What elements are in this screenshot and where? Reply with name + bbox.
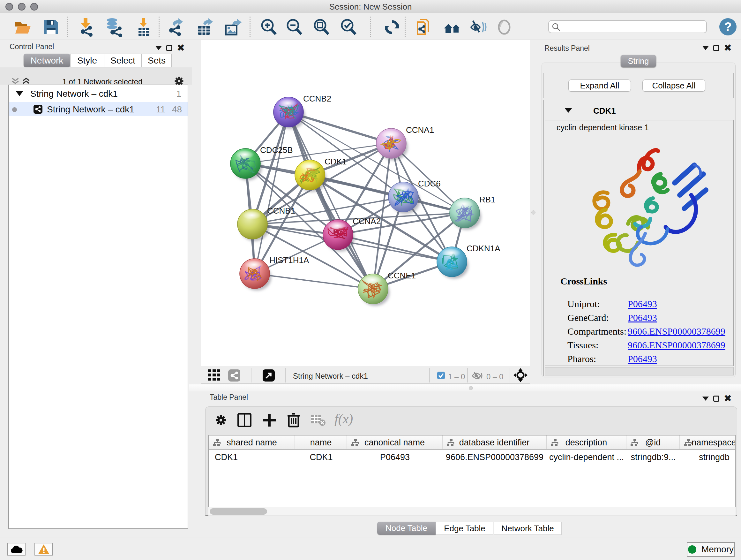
network-row-selected[interactable]: String Network – cdk1 11 48 xyxy=(9,102,188,116)
expand-all-button[interactable]: Expand All xyxy=(568,79,631,91)
open-in-window-icon[interactable] xyxy=(263,369,275,381)
table-scrollbar-thumb[interactable] xyxy=(210,508,267,515)
edge-HIST1H1A-CCNE1[interactable] xyxy=(255,273,373,289)
preview-icon[interactable] xyxy=(495,17,514,37)
close-panel-icon[interactable]: ✖ xyxy=(724,45,732,51)
control-tab-sets[interactable]: Sets xyxy=(142,54,172,67)
delete-column-icon[interactable] xyxy=(287,413,300,428)
collapse-all-button[interactable]: Collapse All xyxy=(643,79,705,91)
cell-name[interactable]: CDK1 xyxy=(295,452,347,462)
column-type-icon xyxy=(550,439,559,447)
crosslink-link[interactable]: P06493 xyxy=(628,299,657,309)
horizontal-splitter[interactable] xyxy=(189,384,741,391)
node-HIST1H1A[interactable]: HIST1H1A xyxy=(240,255,309,291)
node-RB1[interactable]: RB1 xyxy=(450,195,495,230)
cell-shared-name[interactable]: CDK1 xyxy=(209,452,295,462)
node-CCNE1[interactable]: CCNE1 xyxy=(358,271,416,306)
pan-mode-icon[interactable] xyxy=(514,368,528,382)
zoom-selected-icon[interactable] xyxy=(339,17,358,37)
zoom-in-icon[interactable] xyxy=(259,17,278,37)
network-type-icon[interactable] xyxy=(228,369,240,381)
export-image-icon[interactable] xyxy=(223,17,243,37)
collapse-panel-icon[interactable] xyxy=(702,396,709,401)
tab-string[interactable]: String xyxy=(621,55,656,67)
crosslink-label: Pharos: xyxy=(567,354,596,364)
network-canvas[interactable]: CCNB2CCNA1CDC25BCDK1CDC6RB1CCNB1CCNA2CDK… xyxy=(201,40,530,366)
float-panel-icon[interactable] xyxy=(713,395,719,401)
birdseye-grid-icon[interactable] xyxy=(208,369,221,381)
column-header-namespace[interactable]: namespace xyxy=(680,435,735,450)
collapse-panel-icon[interactable] xyxy=(155,46,162,50)
refresh-icon[interactable] xyxy=(382,17,401,37)
column-header-shared-name[interactable]: shared name xyxy=(209,435,295,450)
crosslink-link[interactable]: 9606.ENSP00000378699 xyxy=(628,326,725,337)
table-scrollbar[interactable] xyxy=(208,507,736,516)
zoom-fit-icon[interactable] xyxy=(312,17,331,37)
collapse-panel-icon[interactable] xyxy=(702,46,709,50)
column-header--id[interactable]: @id xyxy=(626,435,680,450)
tab-network-table[interactable]: Network Table xyxy=(494,522,562,535)
cell-canonical-name[interactable]: P06493 xyxy=(347,452,443,462)
cell-database-identifier[interactable]: 9606.ENSP00000378699 xyxy=(443,452,547,462)
memory-button[interactable]: Memory xyxy=(687,542,735,557)
share-document-icon[interactable] xyxy=(414,17,433,37)
close-panel-icon[interactable]: ✖ xyxy=(177,45,185,51)
home-icon[interactable] xyxy=(443,17,462,37)
hide-selected-icon[interactable] xyxy=(468,17,488,37)
gene-section-header[interactable]: CDK1 xyxy=(544,100,734,120)
window-title: Session: New Session xyxy=(0,2,741,12)
crosslink-link[interactable]: P06493 xyxy=(628,354,657,364)
collapse-section-icon[interactable] xyxy=(564,108,572,113)
control-tab-network[interactable]: Network xyxy=(23,54,70,67)
add-column-icon[interactable] xyxy=(262,413,276,427)
node-table: shared namenamecanonical namedatabase id… xyxy=(208,435,736,507)
split-columns-icon[interactable] xyxy=(238,413,252,427)
column-header-database-identifier[interactable]: database identifier xyxy=(443,435,547,450)
export-table-icon[interactable] xyxy=(196,17,215,37)
export-network-icon[interactable] xyxy=(167,17,186,37)
cell-description[interactable]: cyclin-dependent ... xyxy=(547,452,626,462)
crosslink-label: GeneCard: xyxy=(567,312,609,323)
close-panel-icon[interactable]: ✖ xyxy=(724,395,732,401)
node-CCNA1[interactable]: CCNA1 xyxy=(376,125,434,160)
crosslink-link[interactable]: 9606.ENSP00000378699 xyxy=(628,340,725,351)
save-session-icon[interactable] xyxy=(42,17,61,37)
column-label: canonical name xyxy=(364,438,425,448)
import-network-file-icon[interactable] xyxy=(77,17,96,37)
vertical-splitter-handle[interactable] xyxy=(531,210,536,214)
column-label: description xyxy=(565,438,607,448)
node-label-CDC25B: CDC25B xyxy=(260,145,293,155)
search-input[interactable] xyxy=(548,20,707,33)
import-network-database-icon[interactable] xyxy=(104,17,123,37)
node-CDKN1A[interactable]: CDKN1A xyxy=(437,244,500,279)
selected-nodes-checkbox[interactable] xyxy=(437,372,445,379)
crosslink-link[interactable]: P06493 xyxy=(628,312,657,323)
tree-expand-icon[interactable] xyxy=(16,91,23,96)
column-label: shared name xyxy=(226,438,277,448)
float-panel-icon[interactable] xyxy=(166,45,172,51)
cloud-status-button[interactable] xyxy=(7,543,25,556)
cell--id[interactable]: stringdb:9... xyxy=(626,452,680,462)
help-button[interactable]: ? xyxy=(719,18,737,36)
import-table-file-icon[interactable] xyxy=(134,17,153,37)
table-gear-icon[interactable] xyxy=(214,414,227,427)
main-toolbar: ? xyxy=(0,13,741,40)
column-header-canonical-name[interactable]: canonical name xyxy=(347,435,443,450)
function-builder-icon: f(x) xyxy=(334,411,353,427)
tab-node-table[interactable]: Node Table xyxy=(377,522,435,535)
node-CCNB2[interactable]: CCNB2 xyxy=(273,94,331,129)
cell-namespace[interactable]: stringdb xyxy=(680,452,741,462)
node-label-CCNA2: CCNA2 xyxy=(353,216,381,226)
control-tab-select[interactable]: Select xyxy=(104,54,142,67)
control-tab-style[interactable]: Style xyxy=(70,54,104,67)
column-header-description[interactable]: description xyxy=(547,435,626,450)
float-panel-icon[interactable] xyxy=(713,45,719,51)
tab-edge-table[interactable]: Edge Table xyxy=(436,522,493,535)
zoom-out-icon[interactable] xyxy=(285,17,304,37)
column-type-icon xyxy=(630,439,639,447)
open-session-icon[interactable] xyxy=(13,17,32,37)
network-collection-row[interactable]: String Network – cdk1 1 xyxy=(9,87,188,101)
column-header-name[interactable]: name xyxy=(295,435,347,450)
results-scrollbar[interactable] xyxy=(545,367,734,375)
warning-status-button[interactable] xyxy=(35,543,53,556)
